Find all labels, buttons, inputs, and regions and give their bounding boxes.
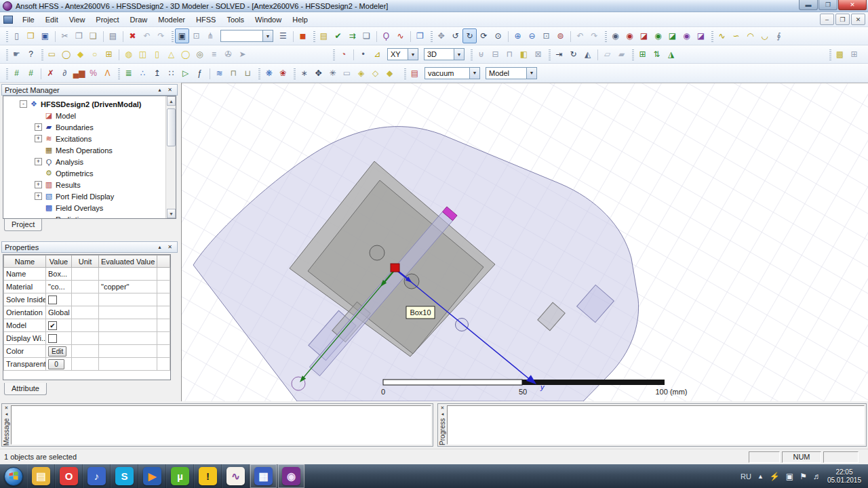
menu-item[interactable]: File <box>17 14 40 26</box>
scale-icon[interactable]: ⊞ <box>635 47 650 62</box>
drawing-plane-combobox[interactable]: XY ▼ <box>387 48 418 60</box>
zoom-out-icon[interactable]: ⊖ <box>525 28 539 43</box>
mdi-close-button[interactable]: ✕ <box>851 14 865 25</box>
tree-item-boundaries[interactable]: + ▰ Boundaries <box>35 121 166 133</box>
tree-expand-toggle[interactable]: + <box>35 192 42 200</box>
insert-object-icon[interactable]: ⊞ <box>847 47 861 62</box>
fx-icon[interactable]: ƒ <box>193 66 207 81</box>
menu-item[interactable]: Tools <box>221 14 250 26</box>
draw-torus-icon[interactable]: ◎ <box>193 47 207 62</box>
modeler-viewport[interactable]: 0 50 100 (mm) y Box10 <box>181 83 868 401</box>
boundary-display-icon[interactable]: ❋ <box>262 66 276 81</box>
stackup-icon[interactable]: ≣ <box>121 66 136 81</box>
tree-item-optimetrics[interactable]: ⚙ Optimetrics <box>35 167 166 179</box>
spline-icon[interactable]: ∽ <box>729 28 743 43</box>
close-icon[interactable]: ✕ <box>165 243 174 251</box>
tree-expand-toggle[interactable] <box>35 204 42 211</box>
show-selected-icon[interactable]: ◉ <box>651 28 665 43</box>
arc-3pt-icon[interactable]: ◡ <box>757 28 772 43</box>
model-checkbox[interactable]: ✔ <box>48 321 57 330</box>
mirror-icon[interactable]: ◭ <box>580 47 595 62</box>
redo-icon[interactable]: ↷ <box>154 28 168 43</box>
taskbar-opera[interactable]: O <box>55 464 83 488</box>
separate-icon[interactable]: ⊠ <box>531 47 545 62</box>
tree-item-excitations[interactable]: + ≋ Excitations <box>35 133 166 144</box>
equation-curve-icon[interactable]: ∮ <box>772 28 786 43</box>
tree-expand-toggle[interactable] <box>35 169 42 177</box>
taskbar-skype[interactable]: S <box>111 464 138 488</box>
menu-item[interactable]: Modeler <box>153 14 191 26</box>
draw-circle-icon[interactable]: ◯ <box>59 47 73 62</box>
plane-display-icon[interactable]: ▭ <box>340 66 354 81</box>
restore-button[interactable]: ❐ <box>818 0 837 10</box>
tree-item-analysis[interactable]: + Ϙ Analysis <box>35 156 166 167</box>
tree-item-model[interactable]: ◪ Model <box>35 110 166 121</box>
draw-helix-icon[interactable]: ✇ <box>221 47 235 62</box>
tab-attribute[interactable]: Attribute <box>4 383 47 395</box>
draw-sweep-icon[interactable]: ➤ <box>235 47 250 62</box>
display-wireframe-checkbox[interactable] <box>48 334 57 343</box>
close-icon[interactable]: ✕ <box>441 405 445 411</box>
move-icon[interactable]: ⇅ <box>650 47 664 62</box>
submit-job-icon[interactable]: ⇉ <box>345 28 359 43</box>
tree-expand-toggle[interactable]: + <box>35 135 42 142</box>
tree-expand-toggle[interactable]: - <box>20 100 27 108</box>
tab-project[interactable]: Project <box>4 219 42 231</box>
percent-icon[interactable]: % <box>86 66 100 81</box>
paste-icon[interactable]: ❑ <box>86 28 100 43</box>
message-list[interactable] <box>11 405 431 445</box>
collapse-left-icon[interactable]: ◂ <box>5 411 8 417</box>
taskbar-utorrent[interactable]: µ <box>166 464 194 488</box>
duplicate-line-icon[interactable]: ⇥ <box>552 47 566 62</box>
chevron-down-icon[interactable]: ▼ <box>526 68 536 79</box>
view-mode-combobox[interactable]: 3D ▼ <box>424 48 465 60</box>
model-type-combobox[interactable]: Model ▼ <box>486 67 537 79</box>
menu-item[interactable]: Draw <box>125 14 153 26</box>
context-help-icon[interactable]: ☛ <box>9 47 24 62</box>
undo-icon[interactable]: ↶ <box>140 28 154 43</box>
fit-all-icon[interactable]: ⊚ <box>553 28 568 43</box>
copy-icon[interactable]: ❐ <box>72 28 86 43</box>
tree-item-field-overlays[interactable]: ▩ Field Overlays <box>35 202 166 214</box>
close-button[interactable]: ✕ <box>838 0 867 10</box>
chevron-down-icon[interactable]: ▼ <box>469 68 479 79</box>
visibility-window-icon[interactable]: ◪ <box>694 28 708 43</box>
draw-box-icon[interactable]: ⊞ <box>102 47 116 62</box>
draw-point-icon[interactable]: • <box>356 47 370 62</box>
tree-expand-toggle[interactable]: + <box>35 158 42 165</box>
mesh-dots-icon[interactable]: ∷ <box>164 66 178 81</box>
duplicate-axis-icon[interactable]: ↻ <box>566 47 580 62</box>
view-redo-icon[interactable]: ↷ <box>587 28 601 43</box>
menu-item[interactable]: Help <box>287 14 313 26</box>
select-face-icon[interactable]: ⊡ <box>189 28 203 43</box>
cut-icon[interactable]: ✂ <box>58 28 72 43</box>
delete-icon[interactable]: ✖ <box>125 28 140 43</box>
tree-expand-toggle[interactable] <box>35 146 42 154</box>
split-icon[interactable]: ◧ <box>517 47 531 62</box>
visibility-icon[interactable]: ◉ <box>679 28 694 43</box>
tree-item-design[interactable]: - ❖ HFSSDesign2 (DrivenModal) <box>20 98 166 110</box>
chevron-down-icon[interactable]: ▼ <box>262 30 273 41</box>
prop-value[interactable]: "co... <box>46 281 72 293</box>
rotate-object-icon[interactable]: ◮ <box>664 47 678 62</box>
zoom-in-icon[interactable]: ⊕ <box>511 28 525 43</box>
chevron-down-icon[interactable]: ▼ <box>408 49 418 60</box>
taskbar-media-player[interactable]: ▶ <box>138 464 166 488</box>
close-region-icon[interactable]: ⊔ <box>241 66 255 81</box>
rotate-axis-icon[interactable]: ⟳ <box>477 28 491 43</box>
abort-icon[interactable]: ◼ <box>296 28 310 43</box>
lambda-icon[interactable]: Λ <box>100 66 115 81</box>
mdi-document-icon[interactable] <box>3 16 13 24</box>
tree-item-mesh-operations[interactable]: ▦ Mesh Operations <box>35 144 166 156</box>
collapse-left-icon[interactable]: ◂ <box>441 411 444 417</box>
draw-rectangle-icon[interactable]: ▭ <box>45 47 59 62</box>
material-stack-icon[interactable]: ▤ <box>408 66 422 81</box>
analyze-all-icon[interactable]: ✔ <box>331 28 345 43</box>
draw-regular-cylinder-icon[interactable]: ◫ <box>136 47 150 62</box>
new-solid-icon[interactable]: ▩ <box>833 47 847 62</box>
pan-icon[interactable]: ✥ <box>434 28 448 43</box>
show-hidden-icons[interactable]: ▲ <box>757 473 764 480</box>
copy-screen-icon[interactable]: ❐ <box>413 28 427 43</box>
move-vertex-icon[interactable]: ✥ <box>311 66 326 81</box>
tree-item-results[interactable]: + ▥ Results <box>35 179 166 190</box>
